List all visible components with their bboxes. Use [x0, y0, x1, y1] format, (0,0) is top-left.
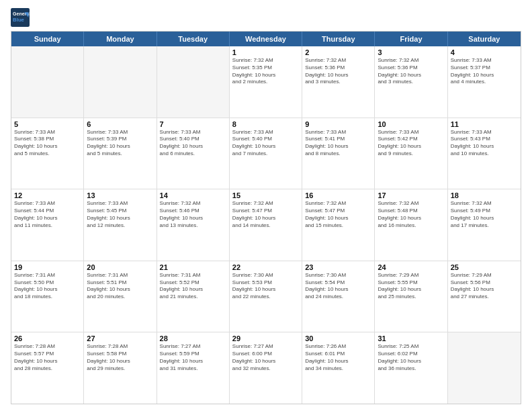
- sun-time-text: and 5 minutes.: [87, 150, 153, 158]
- daylight-hours-label: Daylight: 10 hours: [160, 143, 226, 150]
- day-number: 25: [451, 263, 518, 271]
- table-row: 16Sunrise: 7:32 AMSunset: 5:47 PMDayligh…: [302, 189, 375, 261]
- weekday-header: Friday: [375, 32, 447, 46]
- table-row: 4Sunrise: 7:33 AMSunset: 5:37 PMDaylight…: [448, 46, 521, 118]
- sun-time-text: Sunset: 5:47 PM: [232, 208, 299, 215]
- day-number: 19: [14, 263, 81, 271]
- day-number: 3: [378, 48, 444, 56]
- sun-time-text: Sunset: 5:36 PM: [378, 64, 444, 72]
- day-number: 13: [87, 191, 153, 199]
- daylight-hours-label: Daylight: 10 hours: [87, 358, 153, 365]
- table-row: 8Sunrise: 7:33 AMSunset: 5:40 PMDaylight…: [230, 118, 302, 189]
- table-row: 23Sunrise: 7:30 AMSunset: 5:54 PMDayligh…: [302, 261, 375, 332]
- sun-time-text: Sunrise: 7:32 AM: [232, 200, 299, 208]
- daylight-hours-label: Daylight: 10 hours: [305, 143, 371, 150]
- table-row: 3Sunrise: 7:32 AMSunset: 5:36 PMDaylight…: [375, 46, 447, 118]
- sun-time-text: and 11 minutes.: [14, 222, 81, 230]
- sun-time-text: Sunset: 5:36 PM: [305, 64, 371, 72]
- day-number: 30: [305, 334, 371, 342]
- sun-time-text: Sunset: 5:45 PM: [87, 208, 153, 215]
- table-row: [11, 46, 84, 118]
- sun-time-text: Sunrise: 7:32 AM: [378, 57, 444, 64]
- daylight-hours-label: Daylight: 10 hours: [87, 143, 153, 150]
- day-number: 28: [160, 334, 226, 342]
- day-number: 21: [160, 263, 226, 271]
- sun-time-text: and 27 minutes.: [451, 293, 518, 301]
- day-number: 24: [378, 263, 444, 271]
- sun-time-text: and 18 minutes.: [14, 293, 81, 301]
- sun-time-text: and 12 minutes.: [87, 222, 153, 230]
- daylight-hours-label: Daylight: 10 hours: [378, 358, 444, 365]
- sun-time-text: Sunset: 5:48 PM: [378, 208, 444, 215]
- sun-time-text: Sunrise: 7:33 AM: [14, 129, 81, 136]
- table-row: 17Sunrise: 7:32 AMSunset: 5:48 PMDayligh…: [375, 189, 447, 261]
- sun-time-text: Sunrise: 7:32 AM: [305, 200, 371, 208]
- sun-time-text: and 22 minutes.: [232, 293, 299, 301]
- sun-time-text: and 21 minutes.: [160, 293, 226, 301]
- table-row: 11Sunrise: 7:33 AMSunset: 5:43 PMDayligh…: [448, 118, 521, 189]
- sun-time-text: Sunrise: 7:27 AM: [232, 343, 299, 351]
- table-row: 2Sunrise: 7:32 AMSunset: 5:36 PMDaylight…: [302, 46, 375, 118]
- sun-time-text: Sunrise: 7:32 AM: [160, 200, 226, 208]
- daylight-hours-label: Daylight: 10 hours: [378, 143, 444, 150]
- daylight-hours-label: Daylight: 10 hours: [451, 72, 518, 79]
- sun-time-text: Sunrise: 7:33 AM: [451, 57, 518, 64]
- sun-time-text: and 24 minutes.: [305, 293, 371, 301]
- sun-time-text: Sunset: 5:59 PM: [160, 351, 226, 358]
- table-row: 26Sunrise: 7:28 AMSunset: 5:57 PMDayligh…: [11, 332, 84, 404]
- sun-time-text: and 7 minutes.: [232, 150, 299, 158]
- sun-time-text: and 32 minutes.: [232, 365, 299, 373]
- page-header: General Blue: [11, 8, 521, 27]
- day-number: 14: [160, 191, 226, 199]
- daylight-hours-label: Daylight: 10 hours: [232, 72, 299, 79]
- day-number: 29: [232, 334, 299, 342]
- day-number: 8: [232, 120, 299, 128]
- day-number: 11: [451, 120, 518, 128]
- daylight-hours-label: Daylight: 10 hours: [305, 215, 371, 222]
- calendar: SundayMondayTuesdayWednesdayThursdayFrid…: [11, 31, 521, 404]
- table-row: [157, 46, 230, 118]
- sun-time-text: Sunrise: 7:31 AM: [87, 272, 153, 279]
- day-number: 15: [232, 191, 299, 199]
- sun-time-text: Sunrise: 7:31 AM: [14, 272, 81, 279]
- sun-time-text: Sunrise: 7:33 AM: [378, 129, 444, 136]
- sun-time-text: Sunset: 5:42 PM: [378, 136, 444, 143]
- calendar-row: 5Sunrise: 7:33 AMSunset: 5:38 PMDaylight…: [11, 118, 521, 190]
- sun-time-text: and 31 minutes.: [160, 365, 226, 373]
- sun-time-text: and 17 minutes.: [451, 222, 518, 230]
- sun-time-text: and 2 minutes.: [232, 79, 299, 86]
- day-number: 7: [160, 120, 226, 128]
- daylight-hours-label: Daylight: 10 hours: [87, 286, 153, 293]
- daylight-hours-label: Daylight: 10 hours: [160, 358, 226, 365]
- sun-time-text: Sunrise: 7:29 AM: [451, 272, 518, 279]
- sun-time-text: Sunset: 5:57 PM: [14, 351, 81, 358]
- daylight-hours-label: Daylight: 10 hours: [305, 72, 371, 79]
- calendar-row: 19Sunrise: 7:31 AMSunset: 5:50 PMDayligh…: [11, 261, 521, 333]
- table-row: 20Sunrise: 7:31 AMSunset: 5:51 PMDayligh…: [84, 261, 157, 332]
- sun-time-text: Sunrise: 7:32 AM: [378, 200, 444, 208]
- sun-time-text: and 6 minutes.: [160, 150, 226, 158]
- day-number: 9: [305, 120, 371, 128]
- day-number: 22: [232, 263, 299, 271]
- table-row: 18Sunrise: 7:32 AMSunset: 5:49 PMDayligh…: [448, 189, 521, 261]
- table-row: 29Sunrise: 7:27 AMSunset: 6:00 PMDayligh…: [230, 332, 302, 404]
- daylight-hours-label: Daylight: 10 hours: [305, 286, 371, 293]
- sun-time-text: Sunset: 5:56 PM: [451, 279, 518, 287]
- sun-time-text: Sunset: 5:43 PM: [451, 136, 518, 143]
- day-number: 10: [378, 120, 444, 128]
- sun-time-text: and 3 minutes.: [305, 79, 371, 86]
- daylight-hours-label: Daylight: 10 hours: [232, 358, 299, 365]
- day-number: 17: [378, 191, 444, 199]
- table-row: 6Sunrise: 7:33 AMSunset: 5:39 PMDaylight…: [84, 118, 157, 189]
- sun-time-text: and 3 minutes.: [378, 79, 444, 86]
- daylight-hours-label: Daylight: 10 hours: [305, 358, 371, 365]
- day-number: 16: [305, 191, 371, 199]
- daylight-hours-label: Daylight: 10 hours: [232, 143, 299, 150]
- sun-time-text: Sunrise: 7:30 AM: [232, 272, 299, 279]
- table-row: 25Sunrise: 7:29 AMSunset: 5:56 PMDayligh…: [448, 261, 521, 332]
- table-row: 9Sunrise: 7:33 AMSunset: 5:41 PMDaylight…: [302, 118, 375, 189]
- day-number: 20: [87, 263, 153, 271]
- table-row: 22Sunrise: 7:30 AMSunset: 5:53 PMDayligh…: [230, 261, 302, 332]
- sun-time-text: and 34 minutes.: [305, 365, 371, 373]
- sun-time-text: Sunrise: 7:32 AM: [305, 57, 371, 64]
